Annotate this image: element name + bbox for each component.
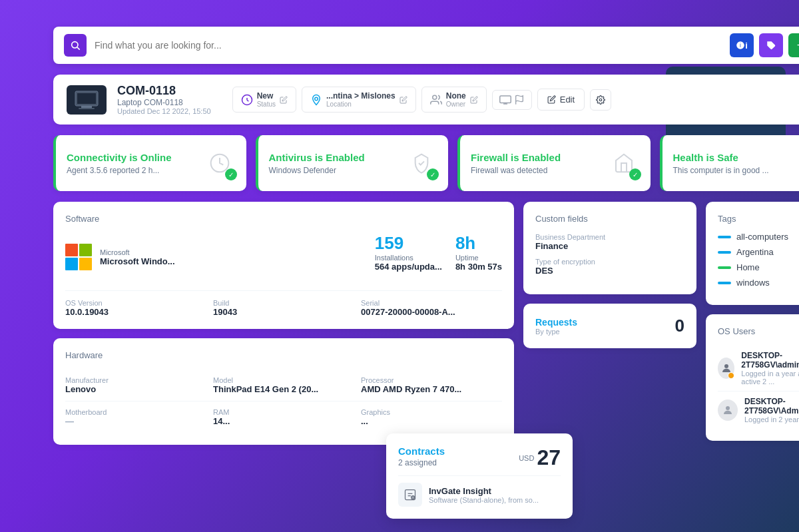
search-bar: i i + [53, 27, 799, 64]
motherboard-val: — [65, 416, 206, 426]
hardware-title: Hardware [65, 350, 502, 360]
add-button[interactable]: + [788, 33, 799, 57]
contract-name: InvGate Insight [429, 486, 539, 496]
uptime-stat: 8h Uptime 8h 30m 57s [455, 233, 502, 272]
contracts-amount: USD 27 [519, 445, 561, 470]
os-user-avatar-1 [718, 399, 738, 421]
tag-item-0: all-computers [718, 232, 799, 242]
tag-label-1: Argentina [736, 247, 774, 257]
antivirus-card: Antivirus is Enabled Windows Defender ✓ [256, 135, 449, 191]
location-meta[interactable]: ...ntina > Mislones Location [302, 87, 416, 113]
svg-rect-12 [499, 96, 511, 103]
ms-logo-blue [65, 258, 78, 270]
software-top: Microsoft Microsoft Windo... 159 Install… [65, 233, 502, 281]
svg-point-11 [432, 95, 436, 99]
right-column: Tags all-computers Argentina Home [706, 202, 799, 445]
build-field: Build 19043 [213, 299, 354, 317]
health-card: Health is Safe This computer is in good … [660, 135, 800, 191]
tag-dot-2 [718, 266, 731, 269]
os-user-1: DESKTOP-2T758GV\Admin Logged in 2 years … [718, 392, 799, 429]
serial-field: Serial 00727-20000-00008-A... [361, 299, 502, 317]
left-column: Software Microsoft Microsoft Windo... [53, 202, 514, 445]
ram-val: 14... [213, 416, 354, 426]
tag-item-3: windows [718, 278, 799, 288]
search-actions: i i + [730, 33, 799, 57]
svg-rect-6 [77, 93, 96, 104]
requests-subtitle: By type [535, 328, 577, 336]
connectivity-desc: Agent 3.5.6 reported 2 h... [67, 166, 204, 175]
encryption-field: Type of encryption DES [535, 258, 684, 276]
business-dept-val: Finance [535, 241, 684, 251]
search-input[interactable] [95, 40, 722, 51]
uptime-num: 8h [455, 233, 502, 254]
processor-val: AMD AMD Ryzen 7 470... [361, 384, 502, 394]
owner-value: None [446, 91, 466, 101]
os-user-0: DESKTOP-2T758GV\administra... Logged in … [718, 346, 799, 392]
connectivity-icon-wrap: ✓ [204, 147, 236, 179]
content-grid: Software Microsoft Microsoft Windo... [53, 202, 799, 445]
sw-name: Microsoft Windo... [100, 256, 367, 266]
device-name: Laptop COM-0118 [117, 98, 211, 107]
device-info: COM-0118 Laptop COM-0118 Updated Dec 12 … [117, 84, 211, 115]
model-field: Model ThinkPad E14 Gen 2 (20... [213, 376, 354, 394]
installations-num: 159 [375, 233, 442, 254]
business-dept-label: Business Department [535, 233, 684, 241]
tag-item-1: Argentina [718, 247, 799, 257]
uptime-val: 8h 30m 57s [455, 262, 502, 272]
installations-sub: 564 apps/upda... [375, 262, 442, 272]
screen-meta[interactable] [492, 90, 532, 110]
svg-point-10 [315, 97, 318, 101]
firewall-check: ✓ [629, 168, 641, 180]
middle-column: Custom fields Business Department Financ… [523, 202, 696, 445]
svg-rect-8 [79, 108, 95, 109]
search-button[interactable] [64, 34, 87, 57]
os-version-val: 10.0.19043 [65, 307, 206, 317]
location-value: ...ntina > Mislones [326, 91, 396, 101]
device-header: COM-0118 Laptop COM-0118 Updated Dec 12 … [53, 75, 799, 125]
hardware-row-2: Motherboard — RAM 14... Graphics ... [65, 401, 502, 433]
currency-label: USD [519, 454, 534, 462]
user-online-badge [728, 372, 734, 379]
firewall-content: Firewall is Enabled Firewall was detecte… [471, 152, 608, 175]
tag-item-2: Home [718, 262, 799, 272]
model-label: Model [213, 376, 354, 384]
contract-item: InvGate Insight Software (Stand-alone), … [398, 475, 561, 507]
owner-meta[interactable]: None Owner [421, 87, 487, 113]
tag-label-3: windows [736, 278, 770, 288]
os-user-last-1: Logged in 2 years ago [744, 415, 799, 423]
info-button[interactable]: i i [730, 33, 754, 57]
settings-button[interactable] [590, 89, 611, 111]
status-meta[interactable]: New Status [232, 87, 296, 113]
contracts-amount-num: 27 [537, 445, 561, 470]
tags-header: Tags [718, 214, 799, 224]
graphics-field: Graphics ... [361, 408, 502, 426]
antivirus-icon-wrap: ✓ [405, 147, 437, 179]
os-user-info-1: DESKTOP-2T758GV\Admin Logged in 2 years … [744, 397, 799, 423]
software-info: Microsoft Microsoft Windo... [100, 248, 367, 266]
graphics-val: ... [361, 416, 502, 426]
edit-button[interactable]: Edit [537, 89, 585, 111]
firewall-title: Firewall is Enabled [471, 152, 608, 163]
business-dept-field: Business Department Finance [535, 233, 684, 251]
requests-title: Requests [535, 317, 577, 328]
installations-stat: 159 Installations 564 apps/upda... [375, 233, 442, 272]
requests-info: Requests By type [535, 317, 577, 336]
hardware-row-1: Manufacturer Lenovo Model ThinkPad E14 G… [65, 370, 502, 401]
device-updated: Updated Dec 12 2022, 15:50 [117, 107, 211, 115]
health-desc: This computer is in good ... [673, 166, 800, 175]
software-card: Software Microsoft Microsoft Windo... [53, 202, 514, 329]
os-users-card: OS Users DESKTOP-2T758GV\administra... L… [706, 314, 799, 441]
os-user-name-1: DESKTOP-2T758GV\Admin [744, 397, 799, 415]
tags-title: Tags [718, 214, 736, 224]
connectivity-content: Connectivity is Online Agent 3.5.6 repor… [67, 152, 204, 175]
svg-point-20 [411, 496, 415, 499]
antivirus-check: ✓ [427, 168, 439, 180]
encryption-label: Type of encryption [535, 258, 684, 266]
tag-button[interactable] [759, 33, 783, 57]
svg-line-1 [77, 47, 80, 50]
svg-point-14 [599, 99, 602, 101]
build-val: 19043 [213, 307, 354, 317]
tag-label-0: all-computers [736, 232, 788, 242]
connectivity-card: Connectivity is Online Agent 3.5.6 repor… [53, 135, 246, 191]
tag-label-2: Home [736, 262, 760, 272]
